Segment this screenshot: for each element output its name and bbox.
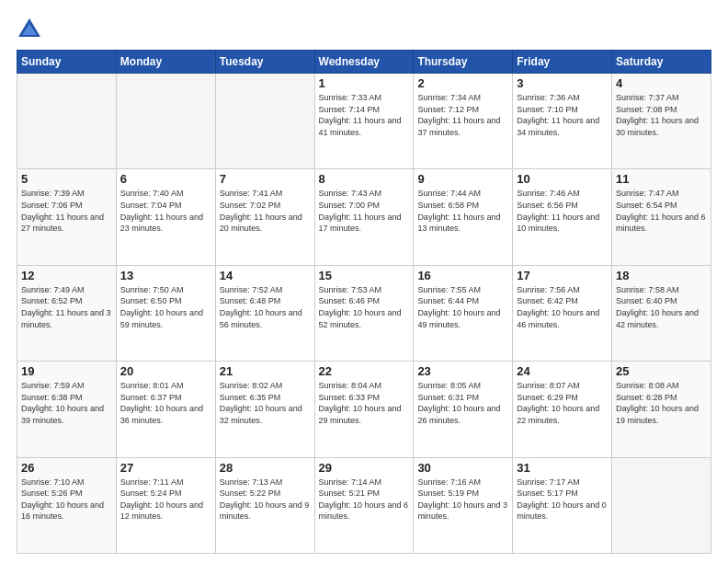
day-number: 23 [417, 364, 508, 378]
calendar-cell: 1Sunrise: 7:33 AM Sunset: 7:14 PM Daylig… [314, 74, 414, 169]
weekday-header: Tuesday [215, 51, 314, 74]
calendar-cell: 4Sunrise: 7:37 AM Sunset: 7:08 PM Daylig… [612, 74, 711, 169]
day-number: 29 [319, 461, 410, 475]
calendar-cell: 21Sunrise: 8:02 AM Sunset: 6:35 PM Dayli… [215, 362, 314, 457]
day-info: Sunrise: 8:08 AM Sunset: 6:28 PM Dayligh… [616, 380, 707, 426]
day-number: 3 [517, 76, 608, 90]
day-number: 9 [417, 172, 508, 186]
weekday-header: Thursday [414, 51, 513, 74]
calendar-cell: 6Sunrise: 7:40 AM Sunset: 7:04 PM Daylig… [116, 169, 215, 265]
day-number: 16 [417, 269, 508, 282]
day-number: 20 [120, 364, 211, 378]
day-number: 12 [21, 269, 112, 282]
day-number: 5 [21, 172, 112, 186]
day-info: Sunrise: 7:17 AM Sunset: 5:17 PM Dayligh… [517, 477, 608, 523]
day-number: 31 [517, 461, 608, 475]
day-number: 2 [417, 76, 508, 90]
calendar-cell: 18Sunrise: 7:58 AM Sunset: 6:40 PM Dayli… [612, 265, 711, 361]
day-info: Sunrise: 7:49 AM Sunset: 6:52 PM Dayligh… [21, 284, 112, 330]
day-number: 14 [220, 269, 311, 282]
day-info: Sunrise: 8:04 AM Sunset: 6:33 PM Dayligh… [319, 380, 410, 426]
calendar-cell: 30Sunrise: 7:16 AM Sunset: 5:19 PM Dayli… [414, 457, 513, 553]
day-info: Sunrise: 7:53 AM Sunset: 6:46 PM Dayligh… [319, 284, 410, 330]
calendar-cell: 13Sunrise: 7:50 AM Sunset: 6:50 PM Dayli… [116, 265, 215, 361]
calendar-cell: 28Sunrise: 7:13 AM Sunset: 5:22 PM Dayli… [215, 457, 314, 553]
day-info: Sunrise: 7:10 AM Sunset: 5:26 PM Dayligh… [21, 477, 112, 523]
day-number: 30 [417, 461, 508, 475]
day-info: Sunrise: 8:01 AM Sunset: 6:37 PM Dayligh… [120, 380, 211, 426]
calendar-cell: 24Sunrise: 8:07 AM Sunset: 6:29 PM Dayli… [513, 362, 612, 457]
calendar-week-row: 5Sunrise: 7:39 AM Sunset: 7:06 PM Daylig… [17, 169, 711, 265]
calendar-cell: 15Sunrise: 7:53 AM Sunset: 6:46 PM Dayli… [314, 265, 414, 361]
calendar-cell: 17Sunrise: 7:56 AM Sunset: 6:42 PM Dayli… [513, 265, 612, 361]
day-info: Sunrise: 7:13 AM Sunset: 5:22 PM Dayligh… [220, 477, 311, 523]
day-info: Sunrise: 8:07 AM Sunset: 6:29 PM Dayligh… [517, 380, 608, 426]
calendar-cell: 20Sunrise: 8:01 AM Sunset: 6:37 PM Dayli… [116, 362, 215, 457]
calendar-cell: 3Sunrise: 7:36 AM Sunset: 7:10 PM Daylig… [513, 74, 612, 169]
weekday-header: Wednesday [314, 51, 414, 74]
calendar-week-row: 12Sunrise: 7:49 AM Sunset: 6:52 PM Dayli… [17, 265, 711, 361]
day-number: 25 [616, 364, 707, 378]
day-number: 28 [220, 461, 311, 475]
day-info: Sunrise: 7:40 AM Sunset: 7:04 PM Dayligh… [120, 188, 211, 234]
day-number: 27 [120, 461, 211, 475]
calendar-cell: 31Sunrise: 7:17 AM Sunset: 5:17 PM Dayli… [513, 457, 612, 553]
calendar-cell [116, 74, 215, 169]
weekday-header: Saturday [612, 51, 711, 74]
calendar-cell: 26Sunrise: 7:10 AM Sunset: 5:26 PM Dayli… [17, 457, 117, 553]
calendar-cell [612, 457, 711, 553]
day-info: Sunrise: 7:36 AM Sunset: 7:10 PM Dayligh… [517, 92, 608, 138]
day-info: Sunrise: 7:56 AM Sunset: 6:42 PM Dayligh… [517, 284, 608, 330]
calendar-cell [17, 74, 117, 169]
calendar-cell: 22Sunrise: 8:04 AM Sunset: 6:33 PM Dayli… [314, 362, 414, 457]
day-info: Sunrise: 7:59 AM Sunset: 6:38 PM Dayligh… [21, 380, 112, 426]
logo [17, 17, 46, 42]
day-number: 17 [517, 269, 608, 282]
calendar-cell: 19Sunrise: 7:59 AM Sunset: 6:38 PM Dayli… [17, 362, 117, 457]
calendar-cell: 12Sunrise: 7:49 AM Sunset: 6:52 PM Dayli… [17, 265, 117, 361]
day-info: Sunrise: 7:39 AM Sunset: 7:06 PM Dayligh… [21, 188, 112, 234]
day-info: Sunrise: 7:47 AM Sunset: 6:54 PM Dayligh… [616, 188, 707, 234]
weekday-header: Friday [513, 51, 612, 74]
day-number: 15 [319, 269, 410, 282]
day-number: 8 [319, 172, 410, 186]
calendar-cell [215, 74, 314, 169]
day-info: Sunrise: 7:43 AM Sunset: 7:00 PM Dayligh… [319, 188, 410, 234]
header [17, 17, 711, 42]
day-number: 21 [220, 364, 311, 378]
calendar-cell: 8Sunrise: 7:43 AM Sunset: 7:00 PM Daylig… [314, 169, 414, 265]
calendar-cell: 9Sunrise: 7:44 AM Sunset: 6:58 PM Daylig… [414, 169, 513, 265]
day-info: Sunrise: 7:46 AM Sunset: 6:56 PM Dayligh… [517, 188, 608, 234]
calendar-cell: 27Sunrise: 7:11 AM Sunset: 5:24 PM Dayli… [116, 457, 215, 553]
calendar-cell: 16Sunrise: 7:55 AM Sunset: 6:44 PM Dayli… [414, 265, 513, 361]
calendar-cell: 5Sunrise: 7:39 AM Sunset: 7:06 PM Daylig… [17, 169, 117, 265]
day-number: 26 [21, 461, 112, 475]
day-info: Sunrise: 7:44 AM Sunset: 6:58 PM Dayligh… [417, 188, 508, 234]
day-number: 10 [517, 172, 608, 186]
day-info: Sunrise: 7:50 AM Sunset: 6:50 PM Dayligh… [120, 284, 211, 330]
calendar-table: SundayMondayTuesdayWednesdayThursdayFrid… [17, 50, 711, 554]
day-info: Sunrise: 7:11 AM Sunset: 5:24 PM Dayligh… [120, 477, 211, 523]
calendar-cell: 2Sunrise: 7:34 AM Sunset: 7:12 PM Daylig… [414, 74, 513, 169]
day-number: 7 [220, 172, 311, 186]
calendar-cell: 25Sunrise: 8:08 AM Sunset: 6:28 PM Dayli… [612, 362, 711, 457]
calendar-header-row: SundayMondayTuesdayWednesdayThursdayFrid… [17, 51, 711, 74]
day-info: Sunrise: 8:02 AM Sunset: 6:35 PM Dayligh… [220, 380, 311, 426]
day-number: 6 [120, 172, 211, 186]
day-number: 1 [319, 76, 410, 90]
day-info: Sunrise: 7:14 AM Sunset: 5:21 PM Dayligh… [319, 477, 410, 523]
day-info: Sunrise: 7:52 AM Sunset: 6:48 PM Dayligh… [220, 284, 311, 330]
day-number: 22 [319, 364, 410, 378]
calendar-week-row: 19Sunrise: 7:59 AM Sunset: 6:38 PM Dayli… [17, 362, 711, 457]
calendar-cell: 29Sunrise: 7:14 AM Sunset: 5:21 PM Dayli… [314, 457, 414, 553]
calendar-cell: 7Sunrise: 7:41 AM Sunset: 7:02 PM Daylig… [215, 169, 314, 265]
logo-icon [17, 17, 42, 42]
day-info: Sunrise: 7:16 AM Sunset: 5:19 PM Dayligh… [417, 477, 508, 523]
day-number: 19 [21, 364, 112, 378]
day-info: Sunrise: 7:41 AM Sunset: 7:02 PM Dayligh… [220, 188, 311, 234]
weekday-header: Sunday [17, 51, 117, 74]
day-info: Sunrise: 8:05 AM Sunset: 6:31 PM Dayligh… [417, 380, 508, 426]
day-number: 24 [517, 364, 608, 378]
day-info: Sunrise: 7:34 AM Sunset: 7:12 PM Dayligh… [417, 92, 508, 138]
day-number: 18 [616, 269, 707, 282]
